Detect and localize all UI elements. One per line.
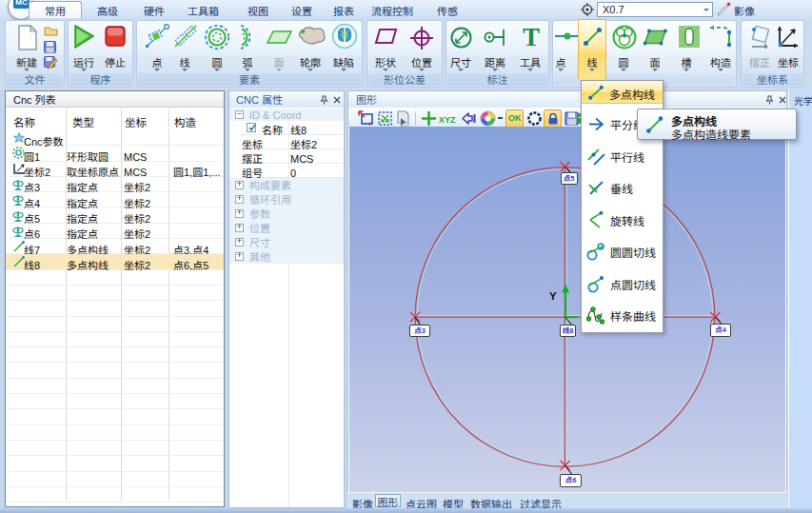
svg-text:Y: Y: [549, 290, 557, 302]
